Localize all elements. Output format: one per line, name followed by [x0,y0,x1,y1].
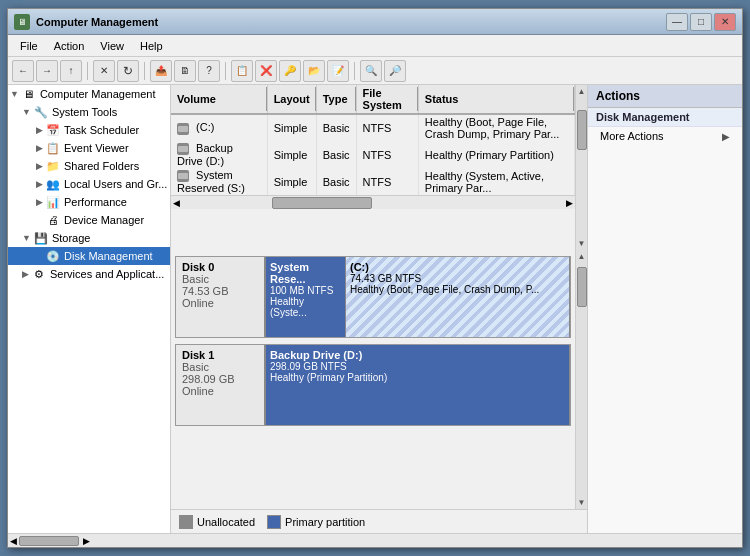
refresh-button[interactable]: ↻ [117,60,139,82]
cell-type-s: Basic [316,168,356,195]
toolbar-btn-1[interactable]: 📋 [231,60,253,82]
device-manager-icon: 🖨 [45,212,61,228]
storage-icon: 💾 [33,230,49,246]
event-viewer-icon: 📋 [45,140,61,156]
toolbar-btn-5[interactable]: 📝 [327,60,349,82]
visual-vscroll-down[interactable]: ▼ [576,496,587,509]
up-button[interactable]: ↑ [60,60,82,82]
minimize-button[interactable]: — [666,13,688,31]
menu-help[interactable]: Help [132,38,171,54]
cell-volume-d: Backup Drive (D:) [171,141,267,168]
visual-vscroll-up[interactable]: ▲ [576,250,587,263]
maximize-button[interactable]: □ [690,13,712,31]
bottom-scroll-right[interactable]: ▶ [83,536,90,546]
disk-0-partitions: System Rese... 100 MB NTFS Healthy (Syst… [266,257,570,337]
properties-button[interactable]: 🗎 [174,60,196,82]
sidebar-item-system-tools[interactable]: ▼ 🔧 System Tools [8,103,170,121]
expand-icon-system-tools[interactable]: ▼ [22,107,31,117]
sidebar-label-system-tools: System Tools [52,106,117,118]
expand-icon-services[interactable]: ▶ [22,269,29,279]
bottom-scroll-thumb[interactable] [19,536,79,546]
legend-primary: Primary partition [267,515,365,529]
expand-icon-event[interactable]: ▶ [36,143,43,153]
table-row[interactable]: (C:) Simple Basic NTFS Healthy (Boot, Pa… [171,114,575,141]
visual-vscroll-thumb[interactable] [577,267,587,307]
help-button[interactable]: ? [198,60,220,82]
expand-icon-storage[interactable]: ▼ [22,233,31,243]
export-button[interactable]: 📤 [150,60,172,82]
volume-c-label: (C:) [196,121,214,133]
col-layout[interactable]: Layout [267,85,316,114]
action-more-actions[interactable]: More Actions ▶ [588,127,742,145]
table-row[interactable]: Backup Drive (D:) Simple Basic NTFS Heal… [171,141,575,168]
partition-d-size: 298.09 GB NTFS [270,361,565,372]
vscroll-thumb[interactable] [577,110,587,150]
vscroll-up-btn[interactable]: ▲ [576,85,587,98]
menu-view[interactable]: View [92,38,132,54]
toolbar-btn-2[interactable]: ❌ [255,60,277,82]
disk-0-row: Disk 0 Basic 74.53 GB Online System Rese… [175,256,571,338]
table-hscroll[interactable]: ◀ ▶ [171,195,575,209]
visual-vscroll[interactable]: ▲ ▼ [575,250,587,509]
sidebar-label-task-scheduler: Task Scheduler [64,124,139,136]
col-type[interactable]: Type [316,85,356,114]
disk-0-size: 74.53 GB [182,285,258,297]
sidebar-item-event-viewer[interactable]: ▶ 📋 Event Viewer [8,139,170,157]
sidebar-item-computer-management[interactable]: ▼ 🖥 Computer Management [8,85,170,103]
hscroll-thumb[interactable] [272,197,372,209]
disk-1-type: Basic [182,361,258,373]
col-status[interactable]: Status [418,85,574,114]
search-button[interactable]: 🔍 [360,60,382,82]
stop-button[interactable]: ✕ [93,60,115,82]
cell-layout-c: Simple [267,114,316,141]
expand-icon-task[interactable]: ▶ [36,125,43,135]
close-button[interactable]: ✕ [714,13,736,31]
sidebar-item-device-manager[interactable]: ▶ 🖨 Device Manager [8,211,170,229]
hscroll-left-btn[interactable]: ◀ [171,198,182,208]
table-vscroll[interactable]: ▲ ▼ [575,85,587,250]
expand-icon-shared[interactable]: ▶ [36,161,43,171]
actions-panel: Actions Disk Management More Actions ▶ [587,85,742,533]
expand-icon-users[interactable]: ▶ [36,179,43,189]
system-tools-icon: 🔧 [33,104,49,120]
action-more-actions-label: More Actions [600,130,664,142]
sidebar-item-performance[interactable]: ▶ 📊 Performance [8,193,170,211]
table-row[interactable]: System Reserved (S:) Simple Basic NTFS H… [171,168,575,195]
toolbar-btn-3[interactable]: 🔑 [279,60,301,82]
partition-d-name: Backup Drive (D:) [270,349,565,361]
main-content: ▼ 🖥 Computer Management ▼ 🔧 System Tools… [8,85,742,533]
filter-button[interactable]: 🔎 [384,60,406,82]
back-button[interactable]: ← [12,60,34,82]
bottom-scroll-left[interactable]: ◀ [10,536,17,546]
hscroll-track[interactable] [182,196,564,210]
col-filesystem[interactable]: File System [356,85,418,114]
sidebar-item-storage[interactable]: ▼ 💾 Storage [8,229,170,247]
expand-icon[interactable]: ▼ [10,89,19,99]
toolbar-btn-4[interactable]: 📂 [303,60,325,82]
sidebar-item-shared-folders[interactable]: ▶ 📁 Shared Folders [8,157,170,175]
sidebar-item-task-scheduler[interactable]: ▶ 📅 Task Scheduler [8,121,170,139]
partition-d-status: Healthy (Primary Partition) [270,372,565,383]
menu-action[interactable]: Action [46,38,93,54]
disk-management-icon: 💿 [45,248,61,264]
sidebar-item-disk-management[interactable]: ▶ 💿 Disk Management [8,247,170,265]
partition-c[interactable]: (C:) 74.43 GB NTFS Healthy (Boot, Page F… [346,257,570,337]
bottom-scrollbar[interactable]: ◀ ▶ [8,533,742,547]
window-title: Computer Management [36,16,666,28]
forward-button[interactable]: → [36,60,58,82]
window-icon: 🖥 [14,14,30,30]
expand-icon-perf[interactable]: ▶ [36,197,43,207]
disk-1-size: 298.09 GB [182,373,258,385]
partition-d[interactable]: Backup Drive (D:) 298.09 GB NTFS Healthy… [266,345,570,425]
disk-table: Volume Layout Type File System Status [171,85,575,195]
legend-primary-label: Primary partition [285,516,365,528]
partition-system-reserved[interactable]: System Rese... 100 MB NTFS Healthy (Syst… [266,257,346,337]
sidebar-item-services[interactable]: ▶ ⚙ Services and Applicat... [8,265,170,283]
sidebar-label-local-users: Local Users and Gr... [64,178,167,190]
disk-table-scroll-inner[interactable]: Volume Layout Type File System Status [171,85,575,250]
menu-file[interactable]: File [12,38,46,54]
sidebar-item-local-users[interactable]: ▶ 👥 Local Users and Gr... [8,175,170,193]
col-volume[interactable]: Volume [171,85,267,114]
vscroll-down-btn[interactable]: ▼ [576,237,587,250]
hscroll-right-btn[interactable]: ▶ [564,198,575,208]
